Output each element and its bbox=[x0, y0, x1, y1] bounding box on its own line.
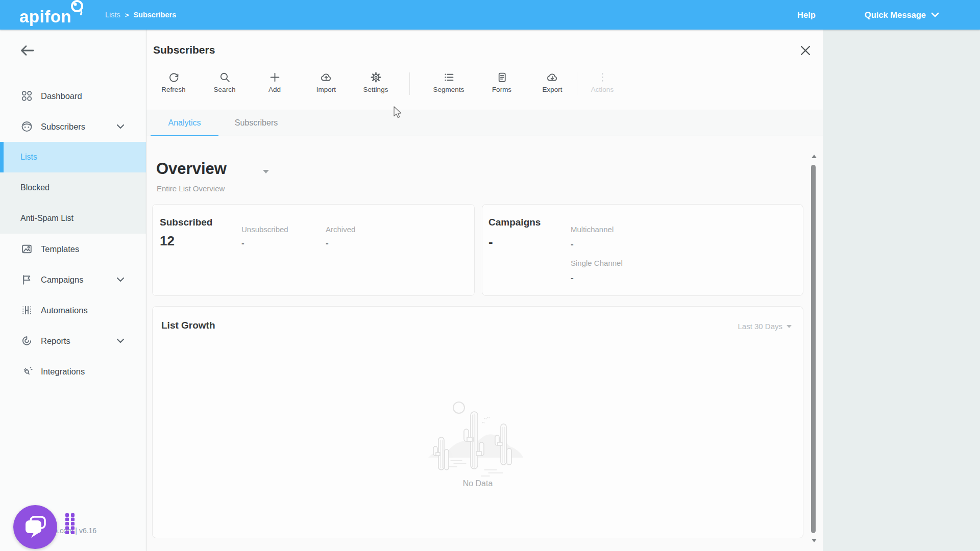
forms-document-icon bbox=[496, 71, 508, 83]
multichannel-label: Multichannel bbox=[571, 225, 614, 234]
chevron-down-icon bbox=[116, 124, 125, 129]
export-button[interactable]: Export bbox=[533, 70, 572, 93]
campaigns-flag-icon bbox=[20, 273, 33, 286]
settings-label: Settings bbox=[356, 86, 395, 93]
forms-label: Forms bbox=[482, 86, 521, 93]
close-icon[interactable] bbox=[799, 44, 812, 57]
archived-value: - bbox=[326, 238, 329, 248]
gear-icon bbox=[370, 71, 382, 83]
chat-bubbles-icon bbox=[23, 515, 47, 539]
apifon-balloon-icon bbox=[69, 0, 85, 17]
single-channel-label: Single Channel bbox=[571, 259, 623, 267]
forms-button[interactable]: Forms bbox=[482, 70, 521, 93]
subscribed-value: 12 bbox=[160, 233, 175, 249]
scrollbar-up-arrow[interactable] bbox=[812, 155, 817, 158]
sidebar-item-automations[interactable]: Automations bbox=[0, 295, 146, 325]
breadcrumb-lists[interactable]: Lists bbox=[105, 11, 120, 19]
subscribers-face-icon bbox=[20, 120, 33, 133]
sidebar-label-lists: Lists bbox=[20, 153, 37, 162]
sidebar: Dashboard Subscribers Lists Blo bbox=[0, 30, 146, 551]
caret-down-icon bbox=[787, 325, 792, 328]
segments-list-icon bbox=[443, 71, 455, 83]
plus-icon bbox=[269, 71, 281, 83]
unsubscribed-value: - bbox=[241, 238, 244, 248]
sidebar-item-dashboard[interactable]: Dashboard bbox=[0, 81, 146, 111]
dots-grid-icon bbox=[65, 513, 75, 534]
multichannel-value: - bbox=[571, 239, 574, 249]
date-range-label: Last 30 Days bbox=[738, 322, 782, 331]
sidebar-item-anti-spam-list[interactable]: Anti-Spam List bbox=[0, 203, 146, 234]
cloud-upload-icon bbox=[320, 71, 332, 83]
vertical-ellipsis-icon bbox=[597, 71, 608, 83]
import-button[interactable]: Import bbox=[307, 70, 346, 93]
chat-widget-button[interactable] bbox=[13, 505, 57, 549]
quick-message-button[interactable]: Quick Message bbox=[865, 10, 939, 20]
list-growth-card: List Growth Last 30 Days bbox=[152, 306, 803, 538]
help-button[interactable]: Help bbox=[797, 10, 816, 20]
sidebar-item-subscribers[interactable]: Subscribers bbox=[0, 111, 146, 142]
breadcrumb-separator: > bbox=[125, 11, 129, 19]
sidebar-label-reports: Reports bbox=[41, 336, 70, 346]
apifon-logo-text: apifon bbox=[19, 7, 71, 26]
overview-title: Overview bbox=[156, 160, 227, 178]
active-indicator-bar bbox=[0, 142, 4, 172]
breadcrumb-subscribers: Subscribers bbox=[133, 11, 176, 19]
sidebar-item-blocked[interactable]: Blocked bbox=[0, 172, 146, 203]
sidebar-label-integrations: Integrations bbox=[41, 367, 85, 377]
refresh-button[interactable]: Refresh bbox=[154, 70, 193, 93]
list-growth-title: List Growth bbox=[161, 320, 215, 331]
integrations-plug-icon bbox=[20, 365, 33, 378]
sidebar-label-automations: Automations bbox=[41, 306, 88, 315]
tab-subscribers[interactable]: Subscribers bbox=[223, 110, 289, 137]
overview-subtitle: Entire List Overview bbox=[157, 184, 225, 193]
topbar: apifon Lists > Subscribers Help Quick Me… bbox=[0, 0, 980, 30]
apifon-logo[interactable]: apifon bbox=[19, 5, 71, 25]
chevron-down-icon bbox=[931, 12, 939, 17]
reports-icon bbox=[20, 335, 33, 347]
overview-dropdown-caret-icon[interactable] bbox=[263, 170, 269, 173]
scrollbar-down-arrow[interactable] bbox=[812, 539, 817, 542]
chevron-down-icon bbox=[116, 277, 125, 282]
campaigns-stats-card: Campaigns - Multichannel - Single Channe… bbox=[482, 204, 803, 296]
panel-tabs: Analytics Subscribers bbox=[146, 110, 823, 136]
export-label: Export bbox=[533, 86, 572, 93]
sidebar-item-templates[interactable]: Templates bbox=[0, 234, 146, 264]
app-root: apifon Lists > Subscribers Help Quick Me… bbox=[0, 0, 980, 551]
dashboard-icon bbox=[20, 90, 33, 103]
add-label: Add bbox=[255, 86, 294, 93]
sidebar-label-dashboard: Dashboard bbox=[41, 91, 82, 101]
quick-message-label: Quick Message bbox=[865, 10, 926, 20]
campaigns-value: - bbox=[488, 234, 493, 250]
sidebar-item-campaigns[interactable]: Campaigns bbox=[0, 264, 146, 295]
tab-analytics[interactable]: Analytics bbox=[151, 110, 218, 137]
search-icon bbox=[219, 71, 231, 83]
no-data-label: No Data bbox=[153, 479, 803, 488]
search-button[interactable]: Search bbox=[205, 70, 244, 93]
automations-icon bbox=[20, 304, 33, 317]
add-button[interactable]: Add bbox=[255, 70, 294, 93]
templates-icon bbox=[20, 243, 33, 256]
background-overlay bbox=[823, 30, 980, 551]
panel-title: Subscribers bbox=[153, 44, 215, 56]
panel-header: Subscribers Refresh bbox=[146, 30, 823, 110]
chevron-down-icon bbox=[116, 338, 125, 343]
scrollbar-thumb[interactable] bbox=[811, 165, 816, 533]
actions-button-disabled: Actions bbox=[583, 70, 622, 93]
sidebar-item-lists[interactable]: Lists bbox=[0, 142, 146, 172]
sidebar-label-anti-spam-list: Anti-Spam List bbox=[20, 214, 74, 223]
single-channel-value: - bbox=[571, 273, 574, 283]
sidebar-item-integrations[interactable]: Integrations bbox=[0, 356, 146, 387]
actions-label: Actions bbox=[583, 86, 622, 93]
archived-label: Archived bbox=[326, 225, 355, 234]
breadcrumb: Lists > Subscribers bbox=[105, 11, 176, 19]
analytics-content: Overview Entire List Overview Subscribed… bbox=[146, 136, 823, 551]
campaigns-label: Campaigns bbox=[488, 217, 541, 228]
date-range-dropdown[interactable]: Last 30 Days bbox=[738, 322, 792, 331]
toolbar-divider bbox=[577, 72, 577, 95]
desert-empty-state-illustration bbox=[419, 397, 536, 487]
segments-button[interactable]: Segments bbox=[429, 70, 468, 93]
subscribers-stats-card: Subscribed 12 Unsubscribed - Archived - bbox=[152, 204, 475, 296]
back-arrow-icon[interactable] bbox=[18, 43, 36, 58]
sidebar-item-reports[interactable]: Reports bbox=[0, 325, 146, 356]
settings-button[interactable]: Settings bbox=[356, 70, 395, 93]
